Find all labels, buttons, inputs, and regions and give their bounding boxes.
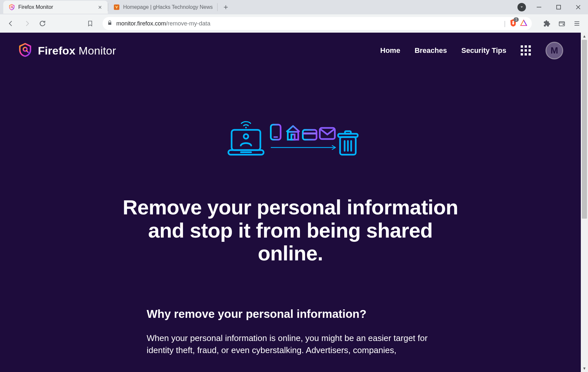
address-bar[interactable]: monitor.firefox.com/remove-my-data | 1 bbox=[103, 17, 532, 30]
apps-grid-icon[interactable] bbox=[521, 45, 531, 56]
svg-rect-4 bbox=[557, 5, 561, 9]
section-heading: Why remove your personal information? bbox=[147, 307, 434, 320]
wallet-button[interactable] bbox=[555, 17, 568, 30]
browser-profile-icon[interactable] bbox=[517, 3, 526, 11]
svg-rect-15 bbox=[273, 136, 278, 138]
section-body: When your personal information is online… bbox=[147, 332, 434, 357]
svg-rect-24 bbox=[345, 131, 351, 134]
hero-title: Remove your personal information and sto… bbox=[119, 196, 462, 265]
tab-title: Firefox Monitor bbox=[18, 4, 93, 10]
firefox-monitor-favicon-icon bbox=[8, 4, 15, 10]
app-menu-button[interactable] bbox=[570, 17, 583, 30]
svg-point-9 bbox=[245, 127, 247, 129]
why-remove-section: Why remove your personal information? Wh… bbox=[140, 307, 441, 357]
scrollbar-thumb[interactable] bbox=[582, 40, 587, 219]
url-text: monitor.firefox.com/remove-my-data bbox=[116, 20, 499, 27]
tab-close-button[interactable]: × bbox=[97, 4, 103, 10]
url-path: /remove-my-data bbox=[166, 20, 210, 27]
site-header: Firefox Monitor Home Breaches Security T… bbox=[0, 33, 581, 69]
window-maximize-button[interactable] bbox=[549, 0, 568, 14]
nav-forward-button[interactable] bbox=[20, 17, 33, 30]
window-close-button[interactable] bbox=[568, 0, 588, 14]
shields-count: 1 bbox=[514, 17, 519, 22]
firefox-monitor-page: Firefox Monitor Home Breaches Security T… bbox=[0, 33, 581, 372]
avatar-initial: M bbox=[550, 45, 558, 56]
lock-icon bbox=[107, 20, 112, 27]
window-minimize-button[interactable] bbox=[529, 0, 549, 14]
tab-strip: Firefox Monitor × Homepage | gHacks Tech… bbox=[0, 0, 588, 14]
svg-rect-10 bbox=[232, 130, 260, 150]
site-nav: Home Breaches Security Tips M bbox=[380, 42, 563, 59]
extensions-button[interactable] bbox=[540, 17, 553, 30]
svg-rect-19 bbox=[303, 132, 317, 134]
svg-point-11 bbox=[244, 134, 248, 139]
tab-firefox-monitor[interactable]: Firefox Monitor × bbox=[3, 1, 108, 14]
scroll-up-button[interactable]: ▲ bbox=[581, 33, 588, 40]
svg-rect-16 bbox=[288, 132, 298, 140]
svg-line-8 bbox=[26, 51, 28, 53]
tab-title: Homepage | gHacks Technology News bbox=[123, 4, 213, 10]
svg-rect-5 bbox=[559, 22, 565, 26]
svg-rect-17 bbox=[291, 134, 295, 140]
tab-ghacks[interactable]: Homepage | gHacks Technology News bbox=[108, 1, 217, 14]
site-logo[interactable]: Firefox Monitor bbox=[18, 42, 116, 59]
vertical-scrollbar[interactable]: ▲ ▼ bbox=[581, 33, 588, 372]
window-controls bbox=[517, 0, 588, 14]
nav-security-tips[interactable]: Security Tips bbox=[461, 46, 506, 55]
bookmark-button[interactable] bbox=[84, 17, 97, 30]
site-logo-text: Firefox Monitor bbox=[38, 44, 116, 57]
bat-icon[interactable] bbox=[520, 19, 527, 28]
browser-chrome: Firefox Monitor × Homepage | gHacks Tech… bbox=[0, 0, 588, 33]
tab-separator bbox=[217, 3, 218, 11]
new-tab-button[interactable]: + bbox=[220, 1, 232, 13]
svg-rect-18 bbox=[303, 130, 317, 140]
scroll-down-button[interactable]: ▼ bbox=[581, 365, 588, 372]
svg-point-6 bbox=[563, 24, 564, 25]
page-viewport: Firefox Monitor Home Breaches Security T… bbox=[0, 33, 588, 372]
nav-reload-button[interactable] bbox=[36, 17, 49, 30]
brave-shields-icon[interactable]: 1 bbox=[510, 19, 517, 28]
scrollbar-track[interactable] bbox=[581, 40, 588, 365]
browser-toolbar: monitor.firefox.com/remove-my-data | 1 bbox=[0, 14, 588, 33]
hero-illustration-icon bbox=[13, 117, 568, 160]
nav-home[interactable]: Home bbox=[380, 46, 400, 55]
url-host: monitor.firefox.com bbox=[116, 20, 166, 27]
hero-section: Remove your personal information and sto… bbox=[0, 69, 581, 278]
firefox-monitor-logo-icon bbox=[18, 42, 33, 59]
ghacks-favicon-icon bbox=[113, 4, 120, 10]
nav-breaches[interactable]: Breaches bbox=[415, 46, 447, 55]
svg-rect-3 bbox=[537, 7, 541, 8]
svg-rect-13 bbox=[240, 151, 252, 153]
omnibox-actions: | 1 bbox=[503, 19, 527, 28]
svg-line-1 bbox=[12, 8, 13, 8]
user-avatar[interactable]: M bbox=[546, 42, 563, 59]
nav-back-button[interactable] bbox=[5, 17, 18, 30]
